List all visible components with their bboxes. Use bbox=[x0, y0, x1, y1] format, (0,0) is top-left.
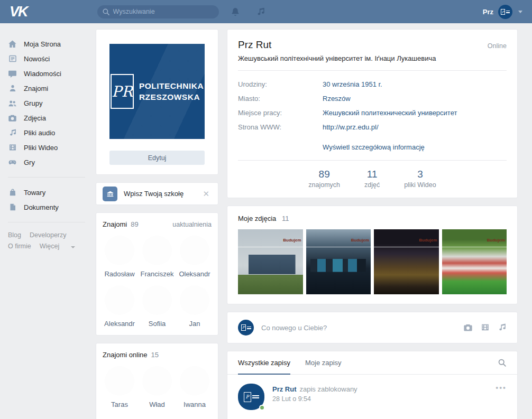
photo-watermark-line bbox=[442, 247, 507, 247]
detail-label: Strona WWW: bbox=[238, 120, 323, 134]
photo-thumbnail-night-concert[interactable]: Budujem bbox=[374, 229, 439, 294]
vk-logo[interactable]: VK bbox=[10, 4, 27, 20]
post-author-link[interactable]: Prz Rut bbox=[272, 385, 297, 393]
market-icon bbox=[8, 188, 17, 197]
post-date-link[interactable]: 28 Lut o 9:54 bbox=[272, 395, 357, 403]
header-user-name: Prz bbox=[483, 8, 493, 16]
profile-name-row: Prz Rut Online bbox=[238, 39, 507, 51]
search-icon bbox=[102, 8, 110, 16]
sidebar-label: Moja Strona bbox=[24, 40, 61, 48]
post-author-avatar[interactable]: P bbox=[238, 384, 264, 410]
counter-label: pliki Wideo bbox=[404, 181, 436, 189]
birthday-link[interactable]: 30 września 1951 r. bbox=[323, 77, 382, 91]
detail-row: Urodziny: 30 września 1951 r. bbox=[238, 77, 507, 91]
sidebar-item-friends[interactable]: Znajomi bbox=[8, 81, 96, 96]
friend-name: Oleksandr bbox=[178, 270, 212, 278]
counter-videos[interactable]: 3 pliki Wideo bbox=[401, 167, 439, 190]
school-widget-text: Wpisz Twoją szkołę bbox=[124, 190, 200, 198]
footer-link-blog[interactable]: Blog bbox=[8, 231, 21, 239]
photos-title[interactable]: Moje zdjęcia bbox=[238, 215, 276, 222]
counter-photos[interactable]: 11 zdjęć bbox=[361, 167, 383, 190]
friend-item[interactable]: Sofiia bbox=[140, 285, 174, 328]
city-link[interactable]: Rzeszów bbox=[323, 91, 351, 106]
workplace-link[interactable]: Жешувский политехнический университет bbox=[323, 106, 457, 120]
profile-photo[interactable]: PR POLITECHNIKA RZESZOWSKA bbox=[109, 44, 205, 139]
friend-avatar bbox=[142, 366, 172, 396]
friend-name: Aleksandr bbox=[103, 320, 136, 328]
sidebar-item-photos[interactable]: Zdjęcia bbox=[8, 110, 96, 125]
counter-friends[interactable]: 89 znajomych bbox=[305, 167, 343, 190]
docs-icon bbox=[8, 203, 17, 211]
chevron-down-icon bbox=[518, 11, 522, 13]
left-sidebar: Moja Strona Nowości Wiadomości Znajomi G… bbox=[8, 29, 96, 252]
sidebar-item-my-page[interactable]: Moja Strona bbox=[8, 36, 96, 51]
sidebar-item-video[interactable]: Pliki Wideo bbox=[8, 140, 96, 155]
sidebar-item-groups[interactable]: Grupy bbox=[8, 96, 96, 110]
friend-item[interactable]: Franciszek bbox=[140, 236, 174, 278]
university-monogram: PR bbox=[111, 74, 134, 109]
footer-link-developers[interactable]: Developerzy bbox=[30, 231, 66, 239]
friend-item[interactable]: Oleksandr bbox=[178, 236, 212, 278]
friend-name: Radosław bbox=[103, 270, 136, 278]
detail-row: Miasto: Rzeszów bbox=[238, 91, 507, 106]
composer-input[interactable]: Co nowego u Ciebie? bbox=[261, 324, 463, 332]
friends-row: Radosław Franciszek Oleksandr bbox=[96, 230, 218, 280]
wall-search-icon[interactable] bbox=[498, 358, 507, 367]
notifications-bell-icon[interactable] bbox=[231, 7, 240, 16]
friend-avatar bbox=[142, 285, 172, 315]
post-menu-dots-icon[interactable]: ••• bbox=[496, 384, 507, 392]
main-column: Prz Rut Online Жешувський політехнічний … bbox=[227, 29, 518, 419]
sidebar-item-games[interactable]: Gry bbox=[8, 155, 96, 170]
friend-item[interactable]: Aleksandr bbox=[103, 285, 136, 328]
online-status: Online bbox=[488, 42, 507, 50]
friend-item[interactable]: Jan bbox=[178, 285, 212, 328]
footer-link-about[interactable]: O firmie bbox=[8, 243, 31, 250]
friends-row: Aleksandr Sofiia Jan bbox=[96, 280, 218, 335]
tab-all-posts[interactable]: Wszystkie zapisy bbox=[238, 351, 290, 374]
profile-counters: 89 znajomych 11 zdjęć 3 pliki Wideo bbox=[238, 160, 507, 198]
friend-item[interactable]: Radosław bbox=[103, 236, 136, 278]
sidebar-item-news[interactable]: Nowości bbox=[8, 51, 96, 66]
photo-thumbnail-cockpit-pilots[interactable]: Budujem bbox=[306, 229, 371, 294]
photo-watermark-line bbox=[238, 247, 303, 247]
close-icon[interactable]: ✕ bbox=[200, 188, 212, 200]
friend-item[interactable]: Taras bbox=[103, 366, 136, 408]
sidebar-item-audio[interactable]: Pliki audio bbox=[8, 125, 96, 140]
friend-avatar bbox=[105, 285, 134, 315]
website-link[interactable]: http://w.prz.edu.pl/ bbox=[323, 120, 379, 134]
logo-line-2: RZESZOWSKA bbox=[139, 92, 200, 101]
sidebar-item-market[interactable]: Towary bbox=[8, 185, 96, 200]
detail-row: Miejsce pracy: Жешувский политехнический… bbox=[238, 106, 507, 120]
friend-avatar bbox=[180, 236, 209, 265]
music-note-icon[interactable] bbox=[498, 323, 507, 332]
music-icon[interactable] bbox=[256, 7, 265, 16]
photo-watermark-line bbox=[306, 247, 371, 247]
camera-icon[interactable] bbox=[463, 323, 473, 332]
friends-online-title[interactable]: Znajomi online bbox=[103, 351, 148, 359]
show-details-link[interactable]: Wyświetl szczegółową informację bbox=[323, 143, 425, 151]
profile-menu[interactable]: Prz P bbox=[483, 5, 522, 19]
composer-attachments bbox=[463, 323, 507, 332]
photo-watermark: Budujem bbox=[351, 238, 369, 243]
photo-thumbnail-university-building[interactable]: Budujem bbox=[238, 229, 303, 294]
friend-name: Franciszek bbox=[140, 270, 174, 278]
edit-button[interactable]: Edytuj bbox=[109, 151, 205, 165]
home-icon bbox=[8, 40, 17, 49]
video-icon[interactable] bbox=[481, 323, 490, 332]
friends-title[interactable]: Znajomi bbox=[103, 220, 127, 228]
sidebar-item-messages[interactable]: Wiadomości bbox=[8, 66, 96, 81]
school-suggestion-widget[interactable]: Wpisz Twoją szkołę ✕ bbox=[96, 182, 218, 205]
sidebar-item-documents[interactable]: Dokumenty bbox=[8, 200, 96, 215]
search-input[interactable] bbox=[97, 5, 219, 18]
friends-updates-link[interactable]: uaktualnienia bbox=[172, 221, 212, 228]
footer-link-more[interactable]: Więcej bbox=[40, 243, 84, 250]
friend-item[interactable]: Wład bbox=[140, 366, 174, 408]
my-photos-card: Moje zdjęcia 11 Budujem Budujem Budujem … bbox=[227, 206, 518, 304]
photo-thumbnail-folk-dancers[interactable]: Budujem bbox=[442, 229, 507, 294]
friend-avatar bbox=[142, 236, 172, 265]
composer-avatar: P bbox=[238, 320, 254, 336]
post-blocked-badge: zapis zablokowany bbox=[300, 385, 357, 393]
tab-own-posts[interactable]: Moje zapisy bbox=[305, 351, 342, 374]
friend-item[interactable]: Iwanna bbox=[178, 366, 212, 408]
sidebar-divider bbox=[8, 177, 85, 178]
